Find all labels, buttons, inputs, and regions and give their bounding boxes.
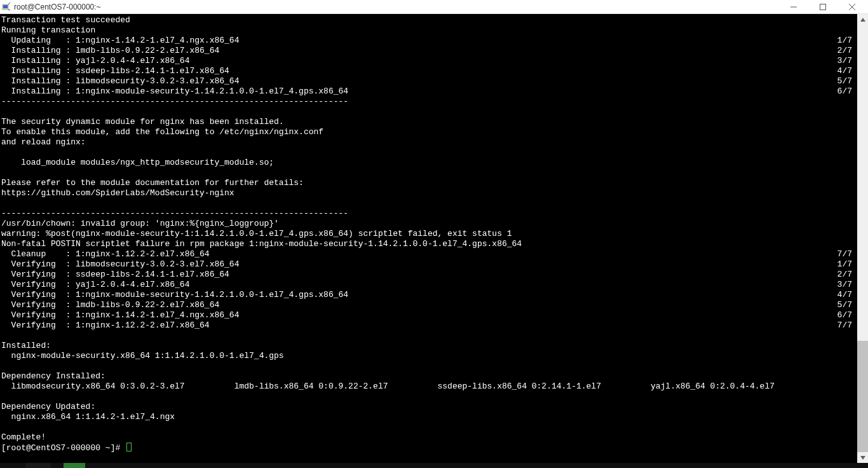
cursor [126,443,132,451]
terminal-line [1,361,856,371]
vertical-scrollbar[interactable] [857,14,868,463]
terminal-line: ----------------------------------------… [1,209,856,219]
terminal-line: Non-fatal POSTIN scriptlet failure in rp… [1,239,856,249]
terminal-line: and reload nginx: [1,137,856,148]
terminal-line: Verifying : 1:nginx-1.12.2-2.el7.x86_647… [1,320,856,331]
terminal-line: The security dynamic module for nginx ha… [1,117,856,127]
terminal-line: Verifying : yajl-2.0.4-4.el7.x86_643/7 [1,280,856,290]
terminal-line: Installing : ssdeep-libs-2.14.1-1.el7.x8… [1,66,856,76]
terminal-line: ----------------------------------------… [1,97,856,107]
svg-rect-1 [3,5,8,8]
svg-line-3 [8,10,10,10]
terminal-line [1,422,856,432]
terminal-line [1,331,856,341]
taskbar-search[interactable] [25,463,51,468]
svg-rect-5 [820,4,826,10]
minimize-button[interactable] [779,0,808,14]
terminal-line: Transaction test succeeded [1,15,856,25]
svg-marker-8 [860,18,865,22]
terminal-line: Complete! [1,432,856,443]
scrollbar-thumb[interactable] [857,341,868,452]
taskbar[interactable] [0,463,868,468]
terminal-line: libmodsecurity.x86_64 0:3.0.2-3.el7 lmdb… [1,382,856,392]
terminal-line: Installing : 1:nginx-module-security-1.1… [1,86,856,97]
terminal-line: Dependency Updated: [1,402,856,412]
terminal-line: Dependency Installed: [1,371,856,382]
terminal-line: Updating : 1:nginx-1.14.2-1.el7_4.ngx.x8… [1,36,856,46]
app-icon [1,2,11,12]
prompt-line[interactable]: [root@CentOS7-000000 ~]# [1,443,856,453]
client-area: Transaction test succeededRunning transa… [0,14,868,463]
terminal-line: https://github.com/SpiderLabs/ModSecurit… [1,188,856,198]
terminal-line: Verifying : 1:nginx-1.14.2-1.el7_4.ngx.x… [1,310,856,320]
terminal-line: Verifying : ssdeep-libs-2.14.1-1.el7.x86… [1,270,856,280]
terminal-line: Installing : libmodsecurity-3.0.2-3.el7.… [1,76,856,86]
terminal[interactable]: Transaction test succeededRunning transa… [0,14,857,463]
taskbar-taskview[interactable] [51,463,64,468]
terminal-line: Cleanup : 1:nginx-1.12.2-2.el7.x86_647/7 [1,249,856,259]
terminal-line: Verifying : lmdb-libs-0.9.22-2.el7.x86_6… [1,300,856,310]
terminal-line: Please refer to the module documentation… [1,178,856,188]
close-button[interactable] [837,0,867,14]
window-title: root@CentOS7-000000:~ [14,3,101,11]
terminal-line: warning: %post(nginx-module-security-1:1… [1,229,856,239]
taskbar-start[interactable] [0,463,25,468]
terminal-line: Running transaction [1,25,856,36]
terminal-line: Installed: [1,341,856,351]
taskbar-app-active[interactable] [64,463,85,468]
scrollbar-track[interactable] [857,25,868,452]
maximize-icon [820,4,826,10]
svg-line-2 [8,3,10,4]
terminal-line [1,392,856,402]
close-icon [849,4,855,10]
terminal-line [1,148,856,158]
terminal-line: Verifying : libmodsecurity-3.0.2-3.el7.x… [1,259,856,270]
terminal-line: Installing : yajl-2.0.4-4.el7.x86_643/7 [1,56,856,66]
taskbar-tray[interactable] [792,463,868,468]
taskbar-fill [85,463,792,468]
terminal-line: Verifying : 1:nginx-module-security-1.14… [1,290,856,300]
minimize-icon [790,4,797,10]
scroll-down-button[interactable] [857,452,868,463]
putty-window: root@CentOS7-000000:~ Transaction test s… [0,0,868,468]
titlebar[interactable]: root@CentOS7-000000:~ [0,0,868,14]
terminal-line [1,168,856,178]
svg-marker-9 [860,456,865,460]
terminal-line [1,198,856,209]
maximize-button[interactable] [808,0,837,14]
chevron-down-icon [860,456,865,460]
terminal-line: /usr/bin/chown: invalid group: 'nginx:%{… [1,219,856,229]
chevron-up-icon [860,18,865,22]
terminal-line [1,107,856,117]
scroll-up-button[interactable] [857,14,868,25]
terminal-line: nginx.x86_64 1:1.14.2-1.el7_4.ngx [1,412,856,422]
terminal-line: To enable this module, add the following… [1,127,856,137]
terminal-line: nginx-module-security.x86_64 1:1.14.2.1.… [1,351,856,361]
terminal-line: load_module modules/ngx_http_modsecurity… [1,158,856,168]
terminal-line: Installing : lmdb-libs-0.9.22-2.el7.x86_… [1,46,856,56]
